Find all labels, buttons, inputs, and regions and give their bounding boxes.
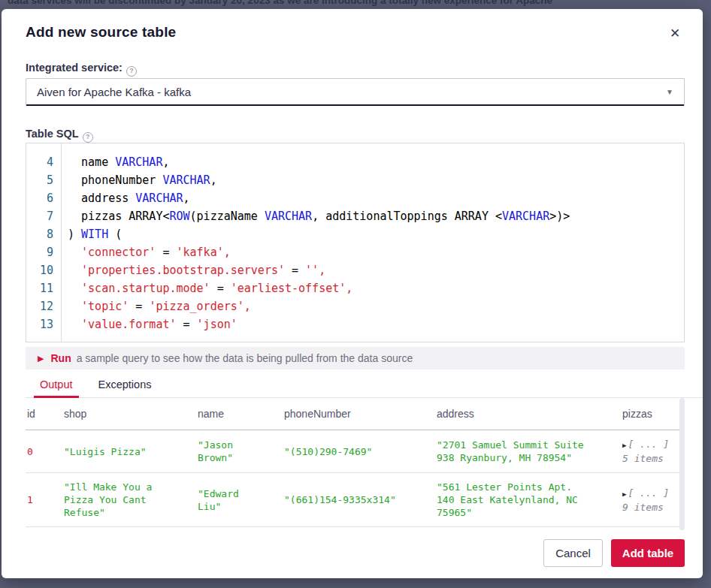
- modal-title: Add new source table: [26, 24, 176, 41]
- cell-address: "561 Lester Points Apt. 140 East Katelyn…: [435, 473, 621, 526]
- code-line: 11 'scan.startup.mode' = 'earliest-offse…: [26, 279, 684, 297]
- line-number: 11: [26, 279, 61, 297]
- code-line: 6 address VARCHAR,: [26, 189, 684, 207]
- dimmed-background-banner: data services will be discontinued by Ja…: [0, 0, 711, 9]
- code-line: 10 'properties.bootstrap.servers' = '',: [26, 261, 684, 279]
- pizzas-preview: [ ... ]: [628, 487, 669, 499]
- table-sql-label: Table SQL?: [26, 128, 93, 143]
- cell-phone: "(661)154-9335x314": [283, 486, 435, 514]
- pizzas-preview: [ ... ]: [628, 439, 669, 450]
- code-text: pizzas ARRAY<ROW(pizzaName VARCHAR, addi…: [61, 207, 570, 225]
- column-header-pizzas: pizzas: [621, 408, 685, 420]
- line-number: 12: [26, 297, 61, 315]
- code-text: address VARCHAR,: [61, 189, 190, 207]
- column-header-address: address: [435, 408, 621, 420]
- cell-pizzas: ▶[ ... ]5 items: [621, 430, 685, 472]
- code-text: phoneNumber VARCHAR,: [61, 171, 217, 189]
- tab-exceptions[interactable]: Exceptions: [92, 375, 158, 397]
- run-description: a sample query to see how the data is be…: [77, 352, 413, 364]
- cell-shop: "Luigis Pizza": [62, 438, 196, 466]
- line-number: 6: [26, 189, 61, 207]
- cell-shop: "Ill Make You a Pizza You Cant Refuse": [62, 473, 196, 526]
- code-text: 'topic' = 'pizza_orders',: [61, 297, 251, 315]
- sql-code-editor[interactable]: 4 name VARCHAR,5 phoneNumber VARCHAR,6 a…: [26, 143, 685, 342]
- code-text: 'connector' = 'kafka',: [61, 243, 231, 261]
- add-source-table-modal: Add new source table ✕ Integrated servic…: [2, 9, 703, 578]
- pizzas-count: 9 items: [622, 501, 677, 514]
- pizzas-count: 5 items: [622, 452, 677, 465]
- code-line: 13 'value.format' = 'json': [26, 315, 684, 333]
- code-line: 9 'connector' = 'kafka',: [26, 243, 684, 261]
- integrated-service-label: Integrated service:?: [26, 62, 137, 77]
- table-row: 1"Ill Make You a Pizza You Cant Refuse""…: [26, 473, 685, 527]
- integrated-service-select[interactable]: Aiven for Apache Kafka - kafka ▼: [26, 78, 685, 106]
- result-tabs: OutputExceptions: [26, 369, 703, 398]
- line-number: 7: [26, 207, 61, 225]
- column-header-name: name: [196, 408, 283, 420]
- column-header-id: id: [26, 408, 62, 420]
- add-table-button[interactable]: Add table: [611, 539, 685, 567]
- cell-id: 1: [26, 486, 62, 514]
- cell-name: "Edward Liu": [196, 480, 283, 520]
- cell-address: "2701 Samuel Summit Suite 938 Ryanbury, …: [435, 431, 621, 472]
- gutter-separator: [61, 143, 62, 342]
- help-icon[interactable]: ?: [126, 66, 137, 77]
- cell-pizzas: ▶[ ... ]9 items: [621, 479, 685, 521]
- chevron-down-icon: ▼: [666, 88, 673, 96]
- close-icon[interactable]: ✕: [664, 23, 685, 44]
- line-number: 8: [26, 225, 61, 243]
- cell-id: 0: [26, 438, 62, 466]
- column-header-phoneNumber: phoneNumber: [283, 408, 435, 420]
- code-line: 12 'topic' = 'pizza_orders',: [26, 297, 684, 315]
- line-number: 13: [26, 315, 61, 333]
- expander-icon[interactable]: ▶: [622, 442, 626, 449]
- integrated-service-value: Aiven for Apache Kafka - kafka: [37, 86, 191, 98]
- column-header-shop: shop: [62, 408, 196, 420]
- line-number: 4: [26, 153, 61, 171]
- cell-name: "Jason Brown": [196, 431, 283, 472]
- run-play-icon[interactable]: ▶: [38, 354, 44, 363]
- table-row: 0"Luigis Pizza""Jason Brown""(510)290-74…: [26, 430, 685, 473]
- expander-icon[interactable]: ▶: [622, 490, 626, 498]
- code-line: 7 pizzas ARRAY<ROW(pizzaName VARCHAR, ad…: [26, 207, 684, 225]
- background-banner-text: data services will be discontinued by Ja…: [8, 0, 552, 6]
- run-button[interactable]: Run: [50, 352, 71, 364]
- cancel-button[interactable]: Cancel: [543, 539, 603, 567]
- cell-phone: "(510)290-7469": [283, 438, 435, 466]
- code-text: ) WITH (: [61, 225, 122, 243]
- run-query-bar: ▶ Run a sample query to see how the data…: [26, 347, 685, 369]
- code-text: 'scan.startup.mode' = 'earliest-offset',: [61, 279, 352, 297]
- code-line: 5 phoneNumber VARCHAR,: [26, 171, 684, 189]
- code-text: name VARCHAR,: [61, 153, 169, 171]
- code-text: 'value.format' = 'json': [61, 315, 238, 333]
- line-number: 9: [26, 243, 61, 261]
- code-text: 'properties.bootstrap.servers' = '',: [61, 261, 325, 279]
- line-number: 10: [26, 261, 61, 279]
- table-scrollbar[interactable]: [679, 398, 685, 530]
- output-table: idshopnamephoneNumberaddresspizzas0"Luig…: [26, 398, 685, 527]
- tab-output[interactable]: Output: [34, 375, 79, 397]
- code-line: 8) WITH (: [26, 225, 684, 243]
- code-line: 4 name VARCHAR,: [26, 153, 684, 171]
- help-icon[interactable]: ?: [83, 132, 93, 143]
- line-number: 5: [26, 171, 61, 189]
